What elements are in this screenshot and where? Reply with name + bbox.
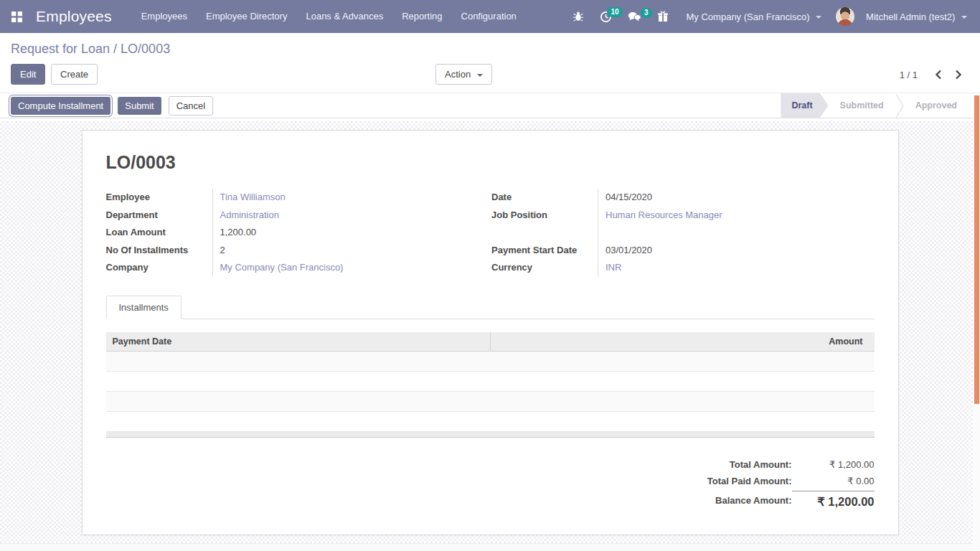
chat-bubbles-icon (628, 11, 641, 22)
chevron-down-icon (816, 16, 821, 19)
table-cell-payment-date (106, 352, 491, 372)
apps-menu-icon[interactable] (7, 7, 26, 26)
total-value-balance-amount: ₹ 1,200.00 (792, 491, 875, 512)
pager-previous-icon[interactable] (933, 68, 943, 81)
grid-icon (11, 11, 22, 22)
gift-icon (657, 11, 669, 22)
user-avatar[interactable] (836, 7, 854, 26)
field-group-right: Date04/15/2020Job PositionHuman Resource… (491, 189, 875, 277)
total-value-total-amount: ₹ 1,200.00 (792, 456, 875, 473)
pager: 1 / 1 (900, 68, 963, 81)
field-value-job-position[interactable]: Human Resources Manager (598, 207, 875, 225)
state-draft[interactable]: Draft (781, 93, 828, 118)
total-label-total-amount: Total Amount: (707, 456, 792, 473)
gift-icon-button[interactable] (651, 6, 675, 27)
table-cell-amount (490, 352, 875, 372)
table-footer-cell (106, 432, 875, 438)
table-cell-amount (490, 392, 875, 412)
app-brand-title[interactable]: Employees (36, 8, 112, 25)
menu-item-employees[interactable]: Employees (132, 0, 197, 33)
edit-button[interactable]: Edit (11, 64, 45, 85)
chevron-down-icon (961, 16, 967, 19)
debug-bug-icon[interactable] (566, 6, 590, 27)
statusbar: Compute InstallmentSubmitCancel DraftSub… (0, 93, 980, 118)
field-label-loan-amount: Loan Amount (106, 224, 212, 242)
bottom-strip (0, 543, 980, 551)
state-separator-icon (895, 93, 904, 118)
field-group-left: EmployeeTina WilliamsonDepartmentAdminis… (106, 189, 489, 277)
state-approved[interactable]: Approved (904, 93, 969, 118)
field-label-currency: Currency (491, 259, 598, 277)
column-header-payment-date[interactable]: Payment Date (106, 332, 491, 352)
action-label: Action (445, 69, 471, 80)
company-name: My Company (San Francisco) (687, 11, 810, 22)
field-value-company[interactable]: My Company (San Francisco) (212, 259, 489, 277)
action-dropdown-button[interactable]: Action (435, 64, 492, 85)
total-value-total-paid-amount: ₹ 0.00 (792, 473, 875, 489)
field-value-payment-start-date: 03/01/2020 (598, 242, 875, 260)
field-value-department[interactable]: Administration (212, 207, 489, 225)
company-switcher[interactable]: My Company (San Francisco) (678, 11, 826, 22)
create-button[interactable]: Create (51, 64, 98, 85)
field-label-date: Date (491, 189, 598, 207)
total-label-total-paid-amount: Total Paid Amount: (707, 473, 792, 489)
activity-count-badge: 10 (607, 7, 622, 17)
state-submitted[interactable]: Submitted (829, 93, 895, 118)
column-header-amount[interactable]: Amount (490, 332, 875, 352)
control-panel: Request for Loan / LO/0003 Edit Create A… (0, 33, 980, 93)
activity-clock-icon[interactable]: 10 (593, 6, 618, 27)
submit-button[interactable]: Submit (118, 97, 161, 115)
screen: Employees EmployeesEmployee DirectoryLoa… (0, 0, 980, 551)
table-cell-payment-date (106, 412, 491, 432)
form-view-background: LO/0003 EmployeeTina WilliamsonDepartmen… (0, 121, 980, 551)
table-cell-payment-date (106, 372, 491, 392)
systray: 10 3 My Company (S (566, 6, 971, 27)
user-name: Mitchell Admin (test2) (866, 11, 955, 22)
statusbar-buttons: Compute InstallmentSubmitCancel (11, 96, 220, 116)
main-menu-bar: EmployeesEmployee DirectoryLoans & Advan… (132, 0, 526, 33)
chevron-down-icon (477, 74, 483, 77)
tab-installments[interactable]: Installments (106, 296, 182, 319)
table-header-row: Payment DateAmount (106, 332, 875, 352)
field-value-loan-amount: 1,200.00 (212, 224, 489, 242)
table-cell-payment-date (106, 392, 491, 412)
scrollbar-thumb[interactable] (974, 95, 979, 404)
table-footer-row (106, 432, 875, 438)
record-title: LO/0003 (106, 152, 875, 173)
totals-block: Total Amount:₹ 1,200.00Total Paid Amount… (707, 456, 875, 512)
form-sheet: LO/0003 EmployeeTina WilliamsonDepartmen… (82, 130, 899, 535)
field-value-currency[interactable]: INR (598, 259, 875, 277)
breadcrumb[interactable]: Request for Loan / LO/0003 (11, 40, 969, 57)
user-menu[interactable]: Mitchell Admin (test2) (857, 11, 971, 22)
table-row[interactable] (106, 372, 875, 392)
menu-item-reporting[interactable]: Reporting (392, 0, 451, 33)
pager-next-icon[interactable] (953, 68, 963, 81)
field-value-no-of-installments: 2 (212, 242, 489, 260)
table-cell-amount (490, 412, 875, 432)
menu-item-configuration[interactable]: Configuration (452, 0, 526, 33)
notebook-tabs: Installments (106, 295, 875, 319)
compute-installment-button[interactable]: Compute Installment (11, 97, 110, 115)
messages-icon[interactable]: 3 (621, 7, 648, 27)
field-groups: EmployeeTina WilliamsonDepartmentAdminis… (106, 189, 875, 277)
total-label-balance-amount: Balance Amount: (707, 492, 792, 509)
menu-item-employee-directory[interactable]: Employee Directory (197, 0, 296, 33)
field-label-company: Company (106, 259, 212, 277)
table-row[interactable] (106, 352, 875, 372)
field-value-empty-2 (598, 224, 875, 242)
field-label-payment-start-date: Payment Start Date (491, 242, 598, 260)
table-cell-amount (490, 372, 875, 392)
installments-table: Payment DateAmount (106, 332, 875, 438)
field-label-employee: Employee (106, 189, 212, 207)
table-row[interactable] (106, 412, 875, 432)
cancel-button[interactable]: Cancel (169, 96, 213, 116)
bug-icon (573, 11, 584, 22)
pager-counter: 1 / 1 (900, 70, 918, 80)
statusbar-states: DraftSubmittedApproved (781, 93, 969, 118)
table-row[interactable] (106, 392, 875, 412)
menu-item-loans-advances[interactable]: Loans & Advances (296, 0, 392, 33)
field-value-date: 04/15/2020 (598, 189, 875, 207)
field-label-empty-2 (491, 224, 598, 242)
field-label-job-position: Job Position (491, 207, 598, 225)
field-value-employee[interactable]: Tina Williamson (212, 189, 489, 207)
